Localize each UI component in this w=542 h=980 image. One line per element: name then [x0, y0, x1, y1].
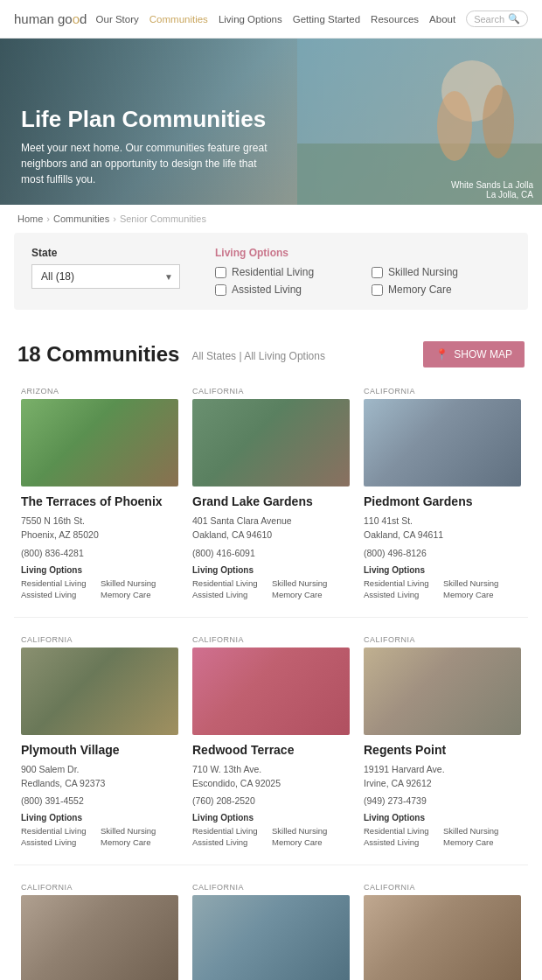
checkbox-grid: Residential Living Skilled Nursing Assis… — [215, 266, 511, 296]
card-region: CALIFORNIA — [364, 635, 521, 644]
hero-location-name: White Sands La Jolla — [451, 180, 533, 190]
card-address-phoenix: 7550 N 16th St.Phoenix, AZ 85020 — [21, 514, 178, 542]
card-region: CALIFORNIA — [364, 883, 521, 892]
checkbox-assisted-label: Assisted Living — [232, 284, 302, 296]
checkbox-skilled: Skilled Nursing — [372, 266, 511, 278]
nav-communities[interactable]: Communities — [149, 14, 208, 24]
hero-title: Life Plan Communities — [21, 106, 276, 133]
nav-resources[interactable]: Resources — [371, 14, 419, 24]
state-select[interactable]: All (18) — [31, 264, 180, 289]
card-phone-regents: (949) 273-4739 — [364, 795, 521, 806]
checkbox-skilled-input[interactable] — [372, 267, 383, 278]
checkbox-residential-input[interactable] — [215, 267, 226, 278]
card-region: CALIFORNIA — [192, 883, 350, 892]
hero-location-city: La Jolla, CA — [451, 190, 533, 200]
card-living-label-grand-lake: Living Options — [192, 565, 350, 575]
community-card-regents[interactable]: CALIFORNIA Regents Point 19191 Harvard A… — [357, 625, 528, 858]
filter-section: State All (18) ▼ Living Options Resident… — [14, 233, 528, 310]
card-title-plymouth: Plymouth Village — [21, 742, 178, 758]
card-title-grand-lake: Grand Lake Gardens — [192, 494, 350, 509]
search-label: Search — [474, 14, 504, 24]
card-phone-piedmont: (800) 496-8126 — [364, 548, 521, 558]
community-card-grand-lake[interactable]: CALIFORNIA Grand Lake Gardens 401 Santa … — [185, 376, 357, 610]
community-card-plymouth[interactable]: CALIFORNIA Plymouth Village 900 Salem Dr… — [14, 625, 185, 858]
card-options-piedmont: Residential Living Skilled Nursing Assis… — [364, 578, 521, 599]
checkbox-memory-label: Memory Care — [388, 284, 452, 296]
card-title-regents: Regents Point — [364, 742, 521, 758]
community-card-phoenix[interactable]: ARIZONA The Terraces of Phoenix 7550 N 1… — [14, 376, 185, 610]
card-living-label-plymouth: Living Options — [21, 813, 178, 822]
living-options-title: Living Options — [215, 247, 511, 259]
map-pin-icon: 📍 — [435, 348, 448, 360]
checkbox-residential: Residential Living — [215, 266, 354, 278]
breadcrumb-home[interactable]: Home — [17, 214, 43, 224]
card-image-regents — [364, 648, 521, 735]
filter-row: State All (18) ▼ Living Options Resident… — [31, 247, 511, 296]
row-divider-1 — [14, 617, 528, 618]
community-card-ca7[interactable]: CALIFORNIA — [14, 872, 185, 980]
card-options-phoenix: Residential Living Skilled Nursing Assis… — [21, 578, 178, 599]
card-phone-phoenix: (800) 836-4281 — [21, 548, 178, 558]
breadcrumb-sep1: › — [46, 214, 50, 224]
checkbox-assisted-input[interactable] — [215, 284, 226, 296]
card-image-ca9 — [364, 895, 521, 980]
nav-our-story[interactable]: Our Story — [96, 14, 139, 24]
breadcrumb-communities[interactable]: Communities — [53, 214, 109, 224]
card-region: CALIFORNIA — [21, 883, 178, 892]
nav-links: Our Story Communities Living Options Get… — [96, 10, 528, 27]
state-label: State — [31, 247, 180, 259]
search-icon: 🔍 — [508, 13, 520, 24]
checkbox-residential-label: Residential Living — [232, 266, 314, 278]
card-options-grand-lake: Residential Living Skilled Nursing Assis… — [192, 578, 350, 599]
community-card-ca9[interactable]: CALIFORNIA — [357, 872, 528, 980]
community-card-redwood[interactable]: CALIFORNIA Redwood Terrace 710 W. 13th A… — [185, 625, 357, 858]
card-region: CALIFORNIA — [364, 387, 521, 396]
card-phone-plymouth: (800) 391-4552 — [21, 795, 178, 806]
nav-getting-started[interactable]: Getting Started — [293, 14, 360, 24]
nav-living-options[interactable]: Living Options — [219, 14, 282, 24]
card-image-piedmont — [364, 399, 521, 486]
card-living-label-piedmont: Living Options — [364, 565, 521, 575]
card-options-redwood: Residential Living Skilled Nursing Assis… — [192, 826, 350, 847]
card-image-plymouth — [21, 648, 178, 735]
search-box[interactable]: Search 🔍 — [466, 10, 528, 27]
hero-text: Life Plan Communities Meet your next hom… — [0, 88, 297, 205]
breadcrumb: Home › Communities › Senior Communities — [0, 205, 542, 233]
filter-state: State All (18) ▼ — [31, 247, 180, 289]
communities-count: 18 Communities — [17, 342, 179, 367]
card-address-redwood: 710 W. 13th Ave.Escondido, CA 92025 — [192, 763, 350, 791]
card-region: CALIFORNIA — [192, 635, 350, 644]
breadcrumb-current: Senior Communities — [120, 214, 206, 224]
filter-living-options: Living Options Residential Living Skille… — [215, 247, 511, 296]
communities-grid-row2: CALIFORNIA Plymouth Village 900 Salem Dr… — [0, 625, 542, 858]
row-divider-2 — [14, 864, 528, 865]
card-address-plymouth: 900 Salem Dr.Redlands, CA 92373 — [21, 763, 178, 791]
community-card-ca8[interactable]: CALIFORNIA — [185, 872, 357, 980]
card-address-regents: 19191 Harvard Ave.Irvine, CA 92612 — [364, 763, 521, 791]
show-map-label: SHOW MAP — [454, 348, 512, 360]
checkbox-memory-input[interactable] — [372, 284, 383, 296]
nav-about[interactable]: About — [429, 14, 455, 24]
breadcrumb-sep2: › — [113, 214, 116, 224]
navigation: human good Our Story Communities Living … — [0, 0, 542, 38]
card-phone-grand-lake: (800) 416-6091 — [192, 548, 350, 558]
card-options-regents: Residential Living Skilled Nursing Assis… — [364, 826, 521, 847]
svg-point-3 — [437, 91, 472, 161]
card-address-piedmont: 110 41st St.Oakland, CA 94611 — [364, 514, 521, 542]
checkbox-assisted: Assisted Living — [215, 284, 354, 296]
community-card-piedmont[interactable]: CALIFORNIA Piedmont Gardens 110 41st St.… — [357, 376, 528, 610]
card-living-label-phoenix: Living Options — [21, 565, 178, 575]
logo[interactable]: human good — [14, 11, 87, 26]
card-title-phoenix: The Terraces of Phoenix — [21, 494, 178, 509]
communities-grid-row3: CALIFORNIA CALIFORNIA CALIFORNIA — [0, 872, 542, 980]
card-options-plymouth: Residential Living Skilled Nursing Assis… — [21, 826, 178, 847]
show-map-button[interactable]: 📍 SHOW MAP — [423, 341, 525, 368]
checkbox-skilled-label: Skilled Nursing — [388, 266, 458, 278]
communities-header: 18 Communities All States | All Living O… — [0, 324, 542, 376]
card-region: CALIFORNIA — [21, 635, 178, 644]
card-phone-redwood: (760) 208-2520 — [192, 795, 350, 806]
card-image-ca8 — [192, 895, 350, 980]
card-image-ca7 — [21, 895, 178, 980]
card-living-label-regents: Living Options — [364, 813, 521, 822]
hero-description: Meet your next home. Our communities fea… — [21, 140, 276, 187]
